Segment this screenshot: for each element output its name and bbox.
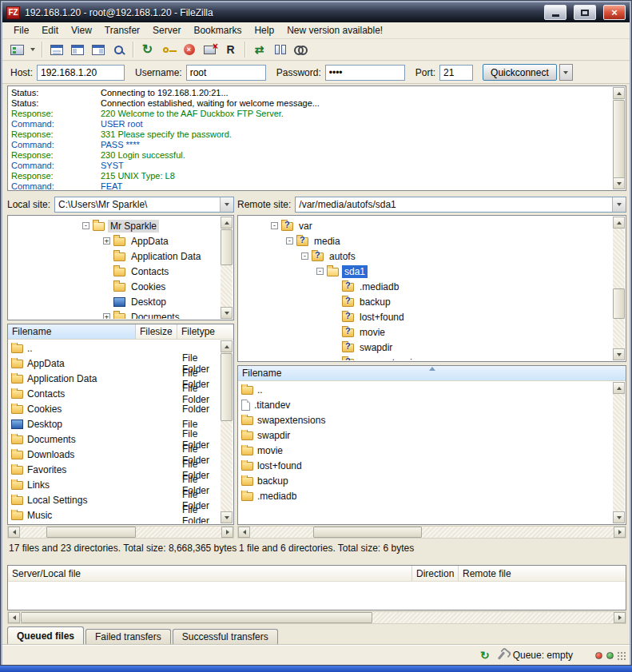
tree-item[interactable]: +Documents (9, 309, 220, 319)
tree-item-selected[interactable]: -sda1 (239, 264, 612, 279)
toggle-remote-tree-button[interactable] (88, 41, 108, 59)
file-row[interactable]: movie (239, 443, 612, 458)
scroll-right-button[interactable] (614, 527, 626, 538)
resize-grip[interactable] (617, 651, 627, 662)
quickconnect-dropdown[interactable] (559, 64, 573, 81)
scroll-thumb[interactable] (613, 288, 625, 319)
scroll-left-button[interactable] (8, 612, 20, 623)
tab-failed-transfers[interactable]: Failed transfers (85, 629, 171, 644)
scroll-thumb[interactable] (46, 527, 136, 538)
menu-item-transfer[interactable]: Transfer (98, 22, 146, 38)
host-input[interactable] (37, 65, 125, 81)
port-input[interactable] (439, 65, 473, 81)
scroll-down-button[interactable] (613, 511, 625, 523)
directory-comparison-button[interactable] (270, 41, 290, 59)
local-tree-scrollbar[interactable] (221, 217, 233, 319)
log-scrollbar[interactable] (613, 87, 625, 189)
expand-toggle[interactable]: - (271, 222, 278, 229)
expand-toggle[interactable]: - (82, 222, 89, 229)
column-header-filesize[interactable]: Filesize (136, 324, 177, 339)
tree-item[interactable]: -autofs (239, 249, 612, 264)
maximize-button[interactable] (574, 5, 596, 20)
scroll-thumb[interactable] (313, 527, 422, 538)
tree-item[interactable]: swapextensions (239, 355, 612, 360)
menu-item-view[interactable]: View (65, 22, 98, 38)
file-row[interactable]: backup (239, 473, 612, 488)
column-header-remote-file[interactable]: Remote file (459, 566, 626, 581)
site-manager-dropdown[interactable] (28, 41, 38, 59)
password-input[interactable] (325, 65, 405, 81)
scroll-up-button[interactable] (613, 382, 625, 394)
tab-successful-transfers[interactable]: Successful transfers (173, 629, 278, 644)
scroll-thumb[interactable] (613, 100, 625, 178)
menu-item-file[interactable]: File (7, 22, 35, 38)
file-row[interactable]: lost+found (239, 458, 612, 473)
scroll-up-button[interactable] (221, 340, 233, 352)
scroll-up-button[interactable] (221, 217, 233, 229)
column-header-filename[interactable]: Filename (238, 366, 626, 380)
menu-item-help[interactable]: Help (248, 22, 280, 38)
menu-item-bookmarks[interactable]: Bookmarks (187, 22, 248, 38)
file-row[interactable]: MusicFile Folder (9, 507, 220, 523)
tree-item[interactable]: .mediadb (239, 279, 612, 294)
title-bar[interactable]: FZ 192.168.1.20 - root@192.168.1.20 - Fi… (2, 2, 630, 22)
file-row[interactable]: .. (239, 382, 612, 397)
menu-item-new-version[interactable]: New version available! (280, 22, 389, 38)
expand-toggle[interactable]: + (103, 313, 110, 319)
file-row[interactable]: ContactsFile Folder (9, 386, 220, 401)
username-input[interactable] (186, 65, 266, 81)
toggle-transfer-queue-button[interactable] (109, 41, 129, 59)
remote-site-combo[interactable]: /var/media/autofs/sda1 (295, 197, 626, 213)
scroll-thumb[interactable] (221, 229, 233, 265)
expand-toggle[interactable]: - (316, 268, 324, 275)
scroll-down-button[interactable] (613, 348, 625, 360)
file-row[interactable]: .mediadb (239, 488, 612, 503)
combo-dropdown-button[interactable] (220, 197, 233, 212)
synchronized-browsing-button[interactable] (249, 41, 269, 59)
close-button[interactable] (603, 5, 626, 20)
find-files-button[interactable] (291, 41, 311, 59)
expand-toggle[interactable]: + (103, 237, 110, 245)
scroll-up-button[interactable] (613, 87, 625, 99)
column-header-filename[interactable]: Filename (8, 324, 136, 339)
tree-item[interactable]: Contacts (9, 264, 220, 279)
tree-item[interactable]: backup (239, 294, 612, 309)
local-list-scrollbar[interactable] (221, 340, 233, 523)
file-row[interactable]: .titandev (239, 397, 612, 412)
tree-item[interactable]: +AppData (9, 233, 220, 249)
scroll-thumb[interactable] (21, 612, 372, 623)
local-site-combo[interactable]: C:\Users\Mr Sparkle\ (54, 197, 234, 213)
tree-item[interactable]: Cookies (9, 279, 220, 294)
file-row[interactable]: CookiesFolder (9, 401, 220, 416)
quickconnect-button[interactable]: Quickconnect (483, 64, 557, 81)
tree-item[interactable]: -var (239, 218, 612, 233)
column-header-server-local-file[interactable]: Server/Local file (8, 566, 412, 581)
queue-splitter[interactable] (2, 559, 630, 563)
file-row[interactable]: swapdir (239, 427, 612, 443)
scroll-right-button[interactable] (614, 612, 626, 623)
queue-hscrollbar[interactable] (7, 611, 626, 624)
expand-toggle[interactable]: - (286, 237, 293, 245)
cancel-button[interactable] (179, 41, 199, 59)
minimize-button[interactable] (544, 5, 566, 20)
toggle-message-log-button[interactable] (46, 41, 66, 59)
scroll-thumb[interactable] (221, 353, 233, 421)
disconnect-button[interactable] (200, 41, 220, 59)
expand-toggle[interactable]: - (301, 252, 308, 260)
toggle-local-tree-button[interactable] (67, 41, 87, 59)
menu-item-edit[interactable]: Edit (35, 22, 65, 38)
column-header-direction[interactable]: Direction (412, 566, 459, 581)
process-queue-button[interactable] (158, 41, 178, 59)
scroll-down-button[interactable] (221, 307, 233, 319)
scroll-down-button[interactable] (221, 511, 233, 523)
tree-item[interactable]: swapdir (239, 340, 612, 355)
scroll-right-button[interactable] (221, 527, 233, 538)
remote-tree-scrollbar[interactable] (613, 217, 625, 360)
tree-item[interactable]: lost+found (239, 309, 612, 324)
remote-site-path[interactable]: /var/media/autofs/sda1 (296, 199, 612, 210)
scroll-up-button[interactable] (613, 217, 625, 229)
tree-item[interactable]: -media (239, 233, 612, 249)
scroll-left-button[interactable] (238, 527, 250, 538)
tree-item[interactable]: Desktop (9, 294, 220, 309)
site-manager-button[interactable] (7, 41, 27, 59)
